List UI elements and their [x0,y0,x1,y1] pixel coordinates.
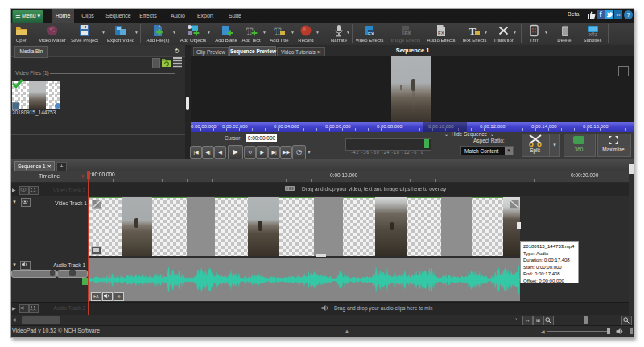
svg-text:FX: FX [368,31,374,36]
svg-text:FX: FX [405,31,411,35]
svg-text:FX: FX [438,31,444,35]
svg-text:T: T [246,25,254,37]
